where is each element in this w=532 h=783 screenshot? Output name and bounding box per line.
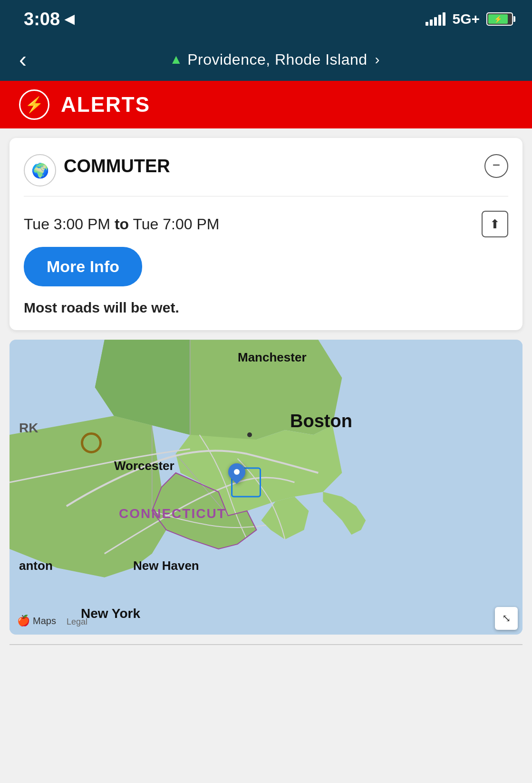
time-to: Tue 7:00 PM (133, 215, 219, 233)
share-button[interactable]: ⬆ (482, 211, 508, 237)
expand-icon: ⤡ (502, 612, 511, 625)
chevron-right-icon: › (375, 51, 380, 68)
time-from: Tue 3:00 PM (24, 215, 110, 233)
apple-maps-logo: 🍎 Maps (17, 615, 56, 627)
map-label-boston: Boston (290, 411, 352, 431)
network-type: 5G+ (452, 11, 480, 27)
legal-label: Legal (67, 617, 87, 627)
battery-container: ⚡ (486, 12, 513, 26)
time-connector: to (115, 215, 129, 233)
time-range: Tue 3:00 PM to Tue 7:00 PM (24, 215, 219, 233)
commuter-weather-icon: 🌍 (31, 162, 49, 179)
maps-label: Maps (33, 616, 56, 626)
location-arrow-icon: ▲ (169, 52, 183, 67)
nav-bar: ‹ ▲ Providence, Rhode Island › (0, 38, 532, 81)
signal-bar-3 (434, 17, 437, 26)
battery-icon: ⚡ (486, 12, 513, 26)
alert-card: 🌍 COMMUTER − Tue 3:00 PM to Tue 7:00 PM … (10, 138, 522, 330)
apple-icon: 🍎 (17, 615, 30, 627)
battery-bolt-icon: ⚡ (494, 15, 502, 23)
status-bar: 3:08 ◀ 5G+ ⚡ (0, 0, 532, 38)
bottom-divider (10, 644, 522, 645)
back-button[interactable]: ‹ (19, 48, 27, 71)
status-time: 3:08 ◀ (24, 9, 74, 29)
collapse-button[interactable]: − (484, 154, 508, 178)
map-label-canton: anton (19, 558, 53, 573)
status-right: 5G+ ⚡ (426, 11, 513, 27)
alerts-icon-circle: ⚡ (19, 89, 49, 120)
map-marker-circle (81, 432, 102, 453)
alert-card-left: 🌍 COMMUTER (24, 152, 170, 186)
location-arrow-status-icon: ◀ (65, 12, 74, 27)
alert-description-text: Most roads will be wet. (24, 300, 179, 315)
map-dot-boston (247, 432, 252, 437)
more-info-button[interactable]: More Info (24, 247, 142, 286)
nav-location[interactable]: ▲ Providence, Rhode Island › (36, 51, 513, 69)
location-label: Providence, Rhode Island (187, 51, 367, 69)
signal-bars (426, 12, 445, 26)
map-label-connecticut: CONNECTICUT (119, 506, 226, 521)
signal-bar-4 (438, 15, 441, 26)
time-row: Tue 3:00 PM to Tue 7:00 PM ⬆ (24, 204, 508, 247)
divider-1 (24, 196, 508, 196)
map-expand-button[interactable]: ⤡ (495, 607, 518, 630)
signal-bar-5 (443, 12, 445, 26)
map-label-new-haven: New Haven (133, 558, 199, 573)
commuter-title: COMMUTER (64, 152, 170, 176)
alerts-title: ALERTS (61, 93, 150, 117)
signal-bar-2 (430, 20, 433, 26)
lightning-bolt-icon: ⚡ (25, 96, 44, 114)
map-svg (10, 340, 522, 635)
map-inner: Manchester Boston Worcester CONNECTICUT … (10, 340, 522, 635)
map-container[interactable]: Manchester Boston Worcester CONNECTICUT … (10, 340, 522, 635)
alert-card-header: 🌍 COMMUTER − (24, 152, 508, 186)
map-label-manchester: Manchester (238, 350, 307, 365)
map-label-new-york: New York (81, 606, 140, 621)
signal-bar-1 (426, 22, 428, 26)
alert-description: Most roads will be wet. (24, 300, 508, 316)
map-label-worcester: Worcester (114, 459, 174, 473)
time-display: 3:08 (24, 9, 60, 29)
commuter-icon: 🌍 (24, 154, 56, 186)
alerts-header: ⚡ ALERTS (0, 81, 532, 128)
share-icon: ⬆ (490, 217, 500, 232)
minus-icon: − (493, 158, 500, 172)
battery-fill: ⚡ (488, 14, 508, 24)
map-label-rk: RK (19, 421, 38, 436)
